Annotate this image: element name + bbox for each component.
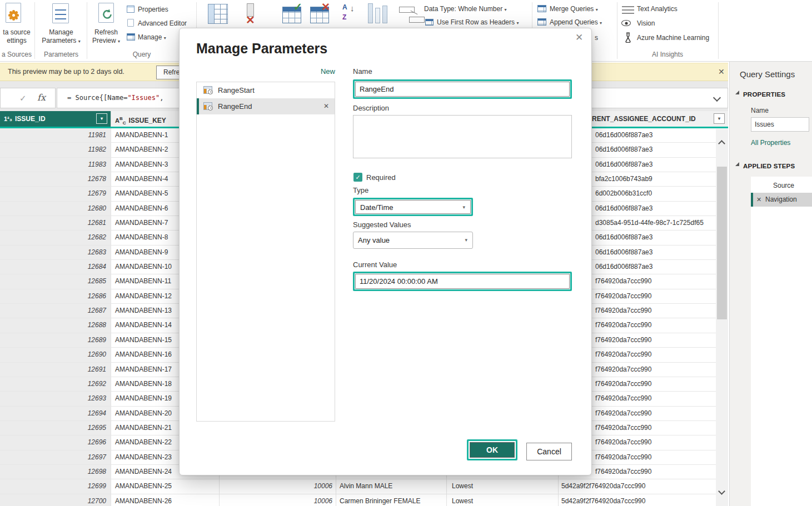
close-warning-icon[interactable]: ✕ — [718, 67, 725, 76]
suggested-values-dropdown[interactable]: Any value ▾ — [353, 232, 473, 249]
scrollbar-thumb[interactable] — [717, 167, 727, 319]
first-row-headers-icon — [425, 19, 434, 26]
properties-icon — [127, 6, 134, 13]
name-label: Name — [751, 107, 769, 114]
table-cell[interactable]: Alvin Mann MALE — [336, 479, 447, 494]
split-column-icon-2 — [375, 8, 380, 23]
table-cell[interactable]: 12684 — [0, 260, 111, 274]
parameter-name-input[interactable] — [355, 82, 570, 97]
table-cell[interactable]: 12680 — [0, 202, 111, 216]
expand-formula-chevron-icon[interactable] — [713, 94, 721, 102]
parameter-list-item[interactable]: RangeStart — [197, 82, 335, 98]
delete-parameter-icon[interactable]: ✕ — [323, 98, 329, 114]
grid-vertical-scrollbar[interactable] — [716, 129, 728, 506]
table-cell[interactable]: 12678 — [0, 172, 111, 187]
table-cell[interactable]: 12698 — [0, 465, 111, 479]
query-name-input[interactable] — [751, 117, 809, 132]
table-cell[interactable]: 5d42a9f2f764920da7ccc990 — [559, 494, 728, 506]
table-cell[interactable]: 12696 — [0, 435, 111, 450]
group-by-icon[interactable] — [382, 6, 387, 23]
scroll-up-icon[interactable] — [718, 140, 725, 147]
table-cell[interactable]: 12686 — [0, 289, 111, 304]
merge-queries-button[interactable]: Merge Queries ▾ — [550, 5, 598, 13]
delete-step-icon[interactable]: ✕ — [756, 193, 761, 207]
table-cell[interactable]: 11983 — [0, 158, 111, 172]
required-checkbox[interactable]: ✓ — [353, 173, 362, 182]
description-textarea[interactable] — [353, 115, 572, 158]
power-query-editor: ta sourceettings a Sources Manage Parame… — [0, 0, 812, 506]
table-cell[interactable]: 12688 — [0, 318, 111, 333]
applied-step-item[interactable]: ✕Navigation — [751, 193, 812, 207]
ai-insights-group-label: AI Insights — [645, 51, 690, 58]
table-cell[interactable]: 12683 — [0, 246, 111, 260]
table-cell[interactable]: 5d42a9f2f764920da7ccc990 — [559, 479, 728, 494]
text-analytics-icon — [622, 6, 634, 14]
type-dropdown[interactable]: Date/Time ▾ — [355, 200, 471, 214]
table-cell[interactable]: 10006 — [220, 479, 336, 494]
fx-icon[interactable]: fx — [37, 92, 46, 103]
table-cell[interactable]: 12682 — [0, 231, 111, 245]
column-header-issue-id[interactable]: 1²₃ISSUE_ID ▾ — [0, 111, 111, 127]
table-cell[interactable]: AMANDABENN-25 — [111, 479, 220, 494]
dialog-title: Manage Parameters — [196, 41, 327, 57]
collapse-triangle-icon[interactable] — [735, 162, 739, 166]
table-cell[interactable]: 12697 — [0, 450, 111, 465]
table-cell[interactable]: Lowest — [447, 494, 559, 506]
table-cell[interactable]: 12681 — [0, 216, 111, 231]
split-column-icon[interactable] — [368, 3, 373, 23]
clock-icon — [208, 89, 213, 94]
table-cell[interactable]: Lowest — [447, 479, 559, 494]
table-cell[interactable]: 12685 — [0, 274, 111, 289]
table-cell[interactable]: 11981 — [0, 128, 111, 143]
vision-button[interactable]: Vision — [637, 19, 655, 27]
manage-parameters-label: Manage Parameters ▾ — [36, 28, 86, 46]
cancel-button[interactable]: Cancel — [526, 443, 572, 460]
table-cell[interactable]: 12695 — [0, 421, 111, 435]
table-cell[interactable]: 12679 — [0, 187, 111, 201]
table-cell[interactable]: Carmen Brininger FEMALE — [336, 494, 447, 506]
keep-rows-check-icon: ✓ — [293, 1, 302, 13]
table-cell[interactable]: 12693 — [0, 392, 111, 406]
manage-icon — [127, 33, 135, 41]
parameter-name: RangeStart — [218, 86, 255, 94]
scroll-down-icon[interactable] — [718, 488, 725, 495]
data-type-button[interactable]: Data Type: Whole Number ▾ — [424, 5, 507, 13]
table-cell[interactable]: 12690 — [0, 348, 111, 362]
parameter-list-item[interactable]: RangeEnd✕ — [197, 98, 335, 114]
choose-columns-icon[interactable] — [208, 4, 228, 24]
first-row-headers-button[interactable]: Use First Row as Headers ▾ — [437, 18, 519, 26]
chevron-down-icon: ▾ — [505, 7, 507, 12]
chevron-down-icon: ▾ — [596, 7, 598, 12]
table-cell[interactable]: 11982 — [0, 143, 111, 157]
table-cell[interactable]: AMANDABENN-26 — [111, 494, 220, 506]
ok-button[interactable]: OK — [470, 442, 515, 458]
table-cell[interactable]: 12687 — [0, 304, 111, 318]
append-queries-button[interactable]: Append Queries ▾ — [550, 18, 602, 26]
filter-dropdown-icon[interactable]: ▾ — [714, 113, 725, 124]
filter-dropdown-icon[interactable]: ▾ — [96, 113, 107, 124]
text-analytics-button[interactable]: Text Analytics — [637, 5, 678, 13]
warning-message: This preview may be up to 2 days old. — [8, 68, 124, 76]
properties-section-label: PROPERTIES — [743, 91, 785, 98]
table-cell[interactable]: 12689 — [0, 333, 111, 348]
chevron-down-icon: ▾ — [118, 39, 120, 44]
selection-bar — [751, 193, 753, 207]
name-label: Name — [353, 67, 372, 76]
applied-step-item[interactable]: Source — [751, 179, 812, 193]
table-cell[interactable]: 12692 — [0, 377, 111, 392]
table-cell[interactable]: 12700 — [0, 494, 111, 506]
current-value-input[interactable] — [355, 274, 570, 289]
table-cell[interactable]: 12691 — [0, 363, 111, 377]
collapse-triangle-icon[interactable] — [735, 91, 739, 94]
dialog-close-icon[interactable]: ✕ — [575, 32, 583, 43]
commit-check-icon[interactable]: ✓ — [19, 93, 27, 103]
table-cell[interactable]: 10006 — [220, 494, 336, 506]
table-cell[interactable]: 12699 — [0, 479, 111, 494]
azure-ml-button[interactable]: Azure Machine Learning — [637, 34, 709, 42]
advanced-editor-icon — [127, 19, 134, 27]
all-properties-link[interactable]: All Properties — [751, 139, 790, 147]
new-parameter-link[interactable]: New — [196, 67, 335, 76]
number-type-icon: 1²₃ — [4, 116, 12, 122]
refresh-preview-label: Refresh Preview ▾ — [83, 28, 129, 46]
table-cell[interactable]: 12694 — [0, 407, 111, 421]
